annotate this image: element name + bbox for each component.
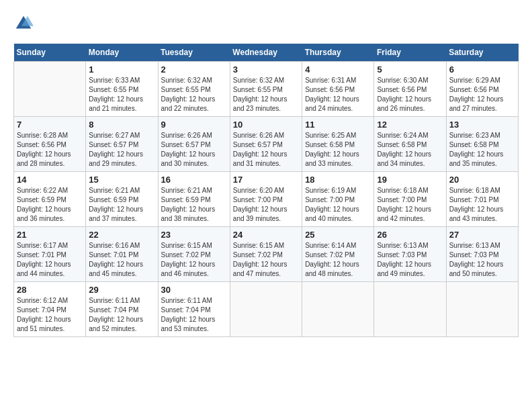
day-info: Sunrise: 6:25 AM Sunset: 6:58 PM Dayligh… — [305, 131, 371, 169]
day-number: 21 — [17, 230, 83, 240]
calendar-cell: 19Sunrise: 6:18 AM Sunset: 7:00 PM Dayli… — [374, 172, 446, 227]
day-number: 15 — [89, 175, 154, 185]
day-number: 25 — [305, 230, 371, 240]
calendar-cell: 4Sunrise: 6:31 AM Sunset: 6:56 PM Daylig… — [302, 62, 374, 117]
day-number: 1 — [89, 64, 154, 75]
day-number: 30 — [161, 285, 227, 295]
day-of-week-header: Monday — [86, 44, 158, 62]
calendar-cell: 26Sunrise: 6:13 AM Sunset: 7:03 PM Dayli… — [374, 227, 446, 282]
calendar-cell: 8Sunrise: 6:27 AM Sunset: 6:57 PM Daylig… — [86, 117, 158, 172]
calendar-cell: 1Sunrise: 6:33 AM Sunset: 6:55 PM Daylig… — [86, 62, 158, 117]
calendar-cell: 29Sunrise: 6:11 AM Sunset: 7:04 PM Dayli… — [86, 282, 158, 337]
logo — [13, 13, 36, 34]
calendar-cell: 16Sunrise: 6:21 AM Sunset: 6:59 PM Dayli… — [158, 172, 230, 227]
calendar-cell — [14, 62, 86, 117]
day-of-week-header: Sunday — [14, 44, 86, 62]
day-number: 23 — [161, 230, 227, 240]
day-number: 4 — [305, 64, 371, 75]
day-info: Sunrise: 6:18 AM Sunset: 7:01 PM Dayligh… — [449, 186, 515, 224]
day-info: Sunrise: 6:15 AM Sunset: 7:02 PM Dayligh… — [161, 241, 227, 279]
day-info: Sunrise: 6:15 AM Sunset: 7:02 PM Dayligh… — [233, 241, 299, 279]
day-info: Sunrise: 6:23 AM Sunset: 6:58 PM Dayligh… — [449, 131, 515, 169]
calendar-cell: 17Sunrise: 6:20 AM Sunset: 7:00 PM Dayli… — [230, 172, 302, 227]
day-info: Sunrise: 6:32 AM Sunset: 6:55 PM Dayligh… — [161, 76, 227, 113]
calendar-week-row: 28Sunrise: 6:12 AM Sunset: 7:04 PM Dayli… — [14, 282, 519, 337]
day-info: Sunrise: 6:14 AM Sunset: 7:02 PM Dayligh… — [305, 241, 371, 279]
day-info: Sunrise: 6:30 AM Sunset: 6:56 PM Dayligh… — [377, 76, 443, 113]
day-info: Sunrise: 6:19 AM Sunset: 7:00 PM Dayligh… — [305, 186, 371, 224]
calendar-cell: 12Sunrise: 6:24 AM Sunset: 6:58 PM Dayli… — [374, 117, 446, 172]
day-info: Sunrise: 6:13 AM Sunset: 7:03 PM Dayligh… — [377, 241, 443, 279]
calendar-week-row: 14Sunrise: 6:22 AM Sunset: 6:59 PM Dayli… — [14, 172, 519, 227]
day-number: 14 — [17, 175, 83, 185]
day-info: Sunrise: 6:11 AM Sunset: 7:04 PM Dayligh… — [161, 296, 227, 334]
day-number: 29 — [89, 285, 154, 295]
calendar-cell: 18Sunrise: 6:19 AM Sunset: 7:00 PM Dayli… — [302, 172, 374, 227]
calendar-cell — [302, 282, 374, 337]
day-of-week-header: Thursday — [302, 44, 374, 62]
day-number: 7 — [17, 120, 83, 130]
calendar-cell: 10Sunrise: 6:26 AM Sunset: 6:57 PM Dayli… — [230, 117, 302, 172]
day-info: Sunrise: 6:22 AM Sunset: 6:59 PM Dayligh… — [17, 186, 83, 224]
day-number: 9 — [161, 120, 227, 130]
day-number: 20 — [449, 175, 515, 185]
day-of-week-header: Friday — [374, 44, 446, 62]
calendar-cell: 30Sunrise: 6:11 AM Sunset: 7:04 PM Dayli… — [158, 282, 230, 337]
day-number: 26 — [377, 230, 443, 240]
calendar-cell: 2Sunrise: 6:32 AM Sunset: 6:55 PM Daylig… — [158, 62, 230, 117]
day-number: 22 — [89, 230, 154, 240]
day-number: 5 — [377, 64, 443, 75]
day-number: 12 — [377, 120, 443, 130]
day-info: Sunrise: 6:26 AM Sunset: 6:57 PM Dayligh… — [233, 131, 299, 169]
day-number: 2 — [161, 64, 227, 75]
day-info: Sunrise: 6:29 AM Sunset: 6:56 PM Dayligh… — [449, 76, 515, 113]
day-info: Sunrise: 6:27 AM Sunset: 6:57 PM Dayligh… — [89, 131, 154, 169]
calendar-cell: 14Sunrise: 6:22 AM Sunset: 6:59 PM Dayli… — [14, 172, 86, 227]
day-info: Sunrise: 6:26 AM Sunset: 6:57 PM Dayligh… — [161, 131, 227, 169]
calendar-cell: 13Sunrise: 6:23 AM Sunset: 6:58 PM Dayli… — [446, 117, 518, 172]
calendar-week-row: 7Sunrise: 6:28 AM Sunset: 6:56 PM Daylig… — [14, 117, 519, 172]
day-number: 11 — [305, 120, 371, 130]
calendar-cell — [374, 282, 446, 337]
calendar-cell: 11Sunrise: 6:25 AM Sunset: 6:58 PM Dayli… — [302, 117, 374, 172]
calendar-cell: 15Sunrise: 6:21 AM Sunset: 6:59 PM Dayli… — [86, 172, 158, 227]
day-info: Sunrise: 6:31 AM Sunset: 6:56 PM Dayligh… — [305, 76, 371, 113]
calendar-cell: 6Sunrise: 6:29 AM Sunset: 6:56 PM Daylig… — [446, 62, 518, 117]
day-of-week-header: Wednesday — [230, 44, 302, 62]
calendar-table: SundayMondayTuesdayWednesdayThursdayFrid… — [13, 44, 519, 337]
day-number: 17 — [233, 175, 299, 185]
day-number: 24 — [233, 230, 299, 240]
calendar-cell: 22Sunrise: 6:16 AM Sunset: 7:01 PM Dayli… — [86, 227, 158, 282]
calendar-cell: 9Sunrise: 6:26 AM Sunset: 6:57 PM Daylig… — [158, 117, 230, 172]
day-info: Sunrise: 6:12 AM Sunset: 7:04 PM Dayligh… — [17, 296, 83, 334]
day-number: 6 — [449, 64, 515, 75]
day-number: 8 — [89, 120, 154, 130]
day-number: 18 — [305, 175, 371, 185]
day-info: Sunrise: 6:13 AM Sunset: 7:03 PM Dayligh… — [449, 241, 515, 279]
day-info: Sunrise: 6:17 AM Sunset: 7:01 PM Dayligh… — [17, 241, 83, 279]
calendar-cell: 28Sunrise: 6:12 AM Sunset: 7:04 PM Dayli… — [14, 282, 86, 337]
day-number: 16 — [161, 175, 227, 185]
day-number: 10 — [233, 120, 299, 130]
day-of-week-header: Tuesday — [158, 44, 230, 62]
day-info: Sunrise: 6:11 AM Sunset: 7:04 PM Dayligh… — [89, 296, 154, 334]
calendar-cell: 21Sunrise: 6:17 AM Sunset: 7:01 PM Dayli… — [14, 227, 86, 282]
calendar-cell: 20Sunrise: 6:18 AM Sunset: 7:01 PM Dayli… — [446, 172, 518, 227]
calendar-cell: 3Sunrise: 6:32 AM Sunset: 6:55 PM Daylig… — [230, 62, 302, 117]
day-info: Sunrise: 6:33 AM Sunset: 6:55 PM Dayligh… — [89, 76, 154, 113]
day-info: Sunrise: 6:18 AM Sunset: 7:00 PM Dayligh… — [377, 186, 443, 224]
day-number: 27 — [449, 230, 515, 240]
calendar-cell: 24Sunrise: 6:15 AM Sunset: 7:02 PM Dayli… — [230, 227, 302, 282]
day-info: Sunrise: 6:32 AM Sunset: 6:55 PM Dayligh… — [233, 76, 299, 113]
day-info: Sunrise: 6:21 AM Sunset: 6:59 PM Dayligh… — [89, 186, 154, 224]
day-number: 13 — [449, 120, 515, 130]
day-info: Sunrise: 6:20 AM Sunset: 7:00 PM Dayligh… — [233, 186, 299, 224]
calendar-cell — [446, 282, 518, 337]
calendar-week-row: 1Sunrise: 6:33 AM Sunset: 6:55 PM Daylig… — [14, 62, 519, 117]
page-header — [13, 13, 519, 34]
day-of-week-header: Saturday — [446, 44, 518, 62]
calendar-cell: 5Sunrise: 6:30 AM Sunset: 6:56 PM Daylig… — [374, 62, 446, 117]
day-number: 28 — [17, 285, 83, 295]
calendar-cell: 23Sunrise: 6:15 AM Sunset: 7:02 PM Dayli… — [158, 227, 230, 282]
day-number: 19 — [377, 175, 443, 185]
